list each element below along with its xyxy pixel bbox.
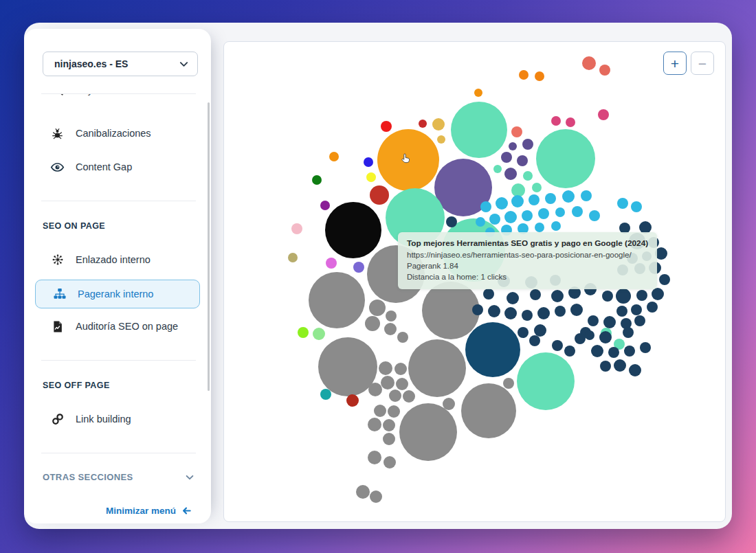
bubble[interactable] bbox=[312, 175, 322, 185]
bubble[interactable] bbox=[422, 282, 480, 339]
bubble[interactable] bbox=[582, 56, 596, 70]
sidebar-item-link-building[interactable]: Link building bbox=[34, 405, 201, 433]
sidebar-more-sections[interactable]: OTRAS SECCIONES bbox=[43, 472, 194, 482]
bubble[interactable] bbox=[388, 405, 400, 418]
bubble[interactable] bbox=[631, 304, 642, 315]
bubble[interactable] bbox=[631, 201, 642, 212]
bubble[interactable] bbox=[511, 195, 524, 207]
bubble[interactable] bbox=[408, 339, 466, 397]
bubble[interactable] bbox=[652, 288, 664, 300]
bubble[interactable] bbox=[530, 289, 541, 300]
project-selector[interactable]: ninjaseo.es - ES bbox=[43, 52, 198, 76]
bubble[interactable] bbox=[511, 126, 522, 137]
bubble[interactable] bbox=[536, 129, 595, 188]
bubble[interactable] bbox=[396, 378, 408, 390]
bubble[interactable] bbox=[353, 262, 364, 273]
bubble[interactable] bbox=[374, 405, 386, 417]
bubble[interactable] bbox=[356, 485, 370, 499]
bubble[interactable] bbox=[381, 376, 394, 390]
bubble[interactable] bbox=[517, 352, 575, 410]
bubble[interactable] bbox=[446, 216, 457, 227]
bubble[interactable] bbox=[555, 207, 565, 217]
bubble[interactable] bbox=[288, 253, 298, 262]
bubble[interactable] bbox=[600, 361, 611, 372]
bubble[interactable] bbox=[419, 120, 427, 128]
bubble[interactable] bbox=[389, 390, 401, 402]
bubble[interactable] bbox=[538, 208, 549, 219]
bubble[interactable] bbox=[329, 152, 339, 161]
sidebar-item-canibalizaciones[interactable]: Canibalizaciones bbox=[34, 120, 201, 147]
bubble[interactable] bbox=[368, 451, 381, 464]
bubble[interactable] bbox=[369, 300, 386, 316]
bubble[interactable] bbox=[566, 117, 575, 127]
bubble[interactable] bbox=[535, 71, 544, 81]
bubble[interactable] bbox=[588, 315, 599, 326]
bubble[interactable] bbox=[509, 142, 517, 150]
bubble[interactable] bbox=[504, 211, 517, 223]
bubble[interactable] bbox=[383, 456, 396, 469]
bubble[interactable] bbox=[551, 221, 561, 231]
bubble[interactable] bbox=[529, 335, 540, 346]
bubble[interactable] bbox=[551, 290, 564, 302]
bubble[interactable] bbox=[368, 383, 382, 396]
bubble[interactable] bbox=[598, 109, 609, 120]
sidebar-scrollbar[interactable] bbox=[208, 102, 210, 391]
bubble[interactable] bbox=[320, 389, 331, 400]
bubble[interactable] bbox=[394, 363, 407, 375]
sidebar-item-content-gap[interactable]: Content Gap bbox=[34, 153, 201, 181]
bubble[interactable] bbox=[381, 121, 392, 132]
bubble[interactable] bbox=[364, 157, 373, 167]
bubble[interactable] bbox=[634, 315, 645, 326]
bubble[interactable] bbox=[522, 310, 533, 321]
bubble[interactable] bbox=[581, 190, 592, 201]
bubble[interactable] bbox=[555, 306, 566, 317]
bubble[interactable] bbox=[602, 291, 613, 302]
zoom-in-button[interactable]: + bbox=[663, 52, 687, 75]
bubble[interactable] bbox=[564, 346, 575, 357]
bubble[interactable] bbox=[496, 197, 508, 210]
bubble[interactable] bbox=[451, 102, 507, 158]
bubble[interactable] bbox=[493, 165, 502, 173]
bubble[interactable] bbox=[465, 322, 520, 377]
bubble[interactable] bbox=[397, 332, 408, 343]
bubble[interactable] bbox=[572, 206, 583, 217]
bubble[interactable] bbox=[504, 307, 517, 319]
bubble[interactable] bbox=[616, 306, 627, 317]
bubble[interactable] bbox=[629, 364, 641, 376]
bubble[interactable] bbox=[480, 201, 491, 212]
bubble[interactable] bbox=[570, 304, 583, 316]
bubble[interactable] bbox=[517, 155, 528, 166]
bubble[interactable] bbox=[623, 327, 634, 338]
bubble[interactable] bbox=[647, 302, 658, 313]
bubble[interactable] bbox=[523, 171, 533, 181]
bubble[interactable] bbox=[545, 193, 556, 204]
bubble[interactable] bbox=[476, 217, 485, 227]
bubble[interactable] bbox=[532, 183, 542, 192]
sidebar-item-keyword-research[interactable]: Keyword research bbox=[34, 94, 192, 104]
bubble[interactable] bbox=[591, 345, 603, 357]
bubble[interactable] bbox=[325, 202, 381, 258]
bubble[interactable] bbox=[489, 214, 500, 225]
bubble[interactable] bbox=[501, 152, 512, 163]
bubble[interactable] bbox=[589, 210, 600, 221]
bubble[interactable] bbox=[562, 190, 575, 203]
bubble[interactable] bbox=[614, 359, 626, 372]
bubble[interactable] bbox=[291, 223, 302, 234]
zoom-out-button[interactable]: − bbox=[691, 52, 714, 75]
sidebar-item-enlazado-interno[interactable]: Enlazado interno bbox=[34, 246, 201, 273]
bubble[interactable] bbox=[432, 118, 445, 131]
bubble[interactable] bbox=[365, 316, 380, 331]
bubble[interactable] bbox=[383, 419, 395, 431]
bubble[interactable] bbox=[585, 330, 594, 340]
bubble[interactable] bbox=[320, 201, 330, 210]
bubble[interactable] bbox=[461, 383, 516, 438]
bubble[interactable] bbox=[403, 390, 415, 403]
bubble[interactable] bbox=[552, 340, 563, 351]
bubble[interactable] bbox=[507, 292, 519, 304]
bubble[interactable] bbox=[535, 223, 544, 232]
bubble[interactable] bbox=[443, 398, 455, 410]
minimize-menu-button[interactable]: Minimizar menú bbox=[106, 506, 192, 516]
bubble[interactable] bbox=[472, 304, 483, 315]
bubble[interactable] bbox=[370, 490, 382, 503]
bubble[interactable] bbox=[488, 305, 500, 317]
